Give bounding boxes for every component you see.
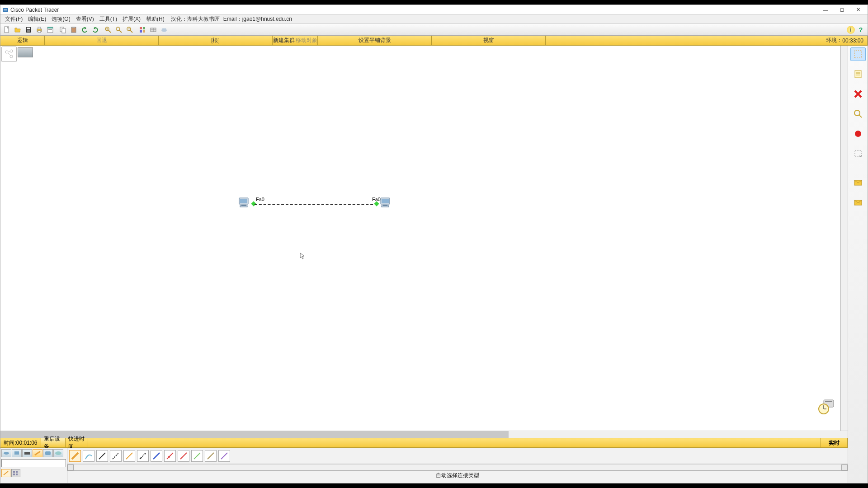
save-button[interactable] bbox=[23, 25, 34, 35]
svg-line-63 bbox=[99, 453, 105, 459]
fast-forward-button[interactable]: 快进时间 bbox=[66, 438, 88, 447]
svg-rect-56 bbox=[24, 452, 30, 455]
minimize-button[interactable]: — bbox=[818, 6, 833, 14]
redo-button[interactable] bbox=[90, 25, 101, 35]
menu-file[interactable]: 文件(F) bbox=[2, 15, 25, 23]
conn-console[interactable] bbox=[83, 450, 94, 462]
add-simple-pdu-tool[interactable] bbox=[850, 176, 866, 189]
delete-tool[interactable] bbox=[850, 87, 866, 101]
svg-rect-59 bbox=[13, 471, 15, 473]
conn-phone[interactable] bbox=[137, 450, 149, 462]
conn-iot[interactable] bbox=[205, 450, 217, 462]
conn-usb[interactable] bbox=[218, 450, 230, 462]
maximize-button[interactable]: ◻ bbox=[834, 6, 849, 14]
zoom-reset-button[interactable] bbox=[113, 25, 124, 35]
svg-rect-42 bbox=[240, 199, 247, 203]
reset-devices-button[interactable]: 重启设备 bbox=[41, 438, 66, 447]
subcategory-connections[interactable] bbox=[1, 469, 10, 477]
palette-button[interactable] bbox=[137, 25, 148, 35]
conn-coaxial[interactable] bbox=[151, 450, 162, 462]
cloud-button[interactable] bbox=[159, 25, 170, 35]
svg-point-68 bbox=[145, 453, 146, 455]
help-icon[interactable]: ? bbox=[857, 26, 865, 34]
menu-extensions[interactable]: 扩展(X) bbox=[120, 15, 143, 23]
horizontal-scrollbar[interactable] bbox=[0, 431, 848, 438]
device-pc-left[interactable] bbox=[238, 197, 250, 208]
conn-octal[interactable] bbox=[191, 450, 203, 462]
workspace-canvas[interactable]: Fa0 Fa0 bbox=[0, 46, 840, 431]
palette-scrollbar[interactable] bbox=[67, 464, 848, 470]
inspect-tool[interactable] bbox=[850, 107, 866, 121]
resize-tool[interactable] bbox=[850, 147, 866, 160]
subcategory-grid[interactable] bbox=[11, 469, 20, 477]
info-icon[interactable]: i bbox=[847, 26, 855, 34]
device-categories bbox=[0, 448, 67, 483]
conn-copper-straight[interactable] bbox=[96, 450, 108, 462]
menu-edit[interactable]: 编辑(E) bbox=[25, 15, 49, 23]
undo-button[interactable] bbox=[79, 25, 90, 35]
physical-view-toggle[interactable] bbox=[1, 47, 17, 62]
svg-rect-44 bbox=[240, 206, 247, 207]
menu-options[interactable]: 选项(O) bbox=[49, 15, 73, 23]
select-tool[interactable] bbox=[850, 47, 866, 61]
svg-rect-60 bbox=[16, 471, 18, 473]
category-multiuser[interactable] bbox=[53, 449, 63, 457]
open-file-button[interactable] bbox=[12, 25, 23, 35]
svg-rect-26 bbox=[140, 27, 142, 29]
draw-tool[interactable] bbox=[850, 127, 866, 141]
activity-wizard-button[interactable] bbox=[45, 25, 56, 35]
svg-rect-48 bbox=[382, 206, 389, 207]
conn-auto[interactable] bbox=[69, 450, 81, 462]
vertical-scrollbar[interactable] bbox=[840, 46, 848, 431]
environment-button[interactable]: 环境： 00:33:00 bbox=[546, 36, 868, 45]
close-button[interactable]: ✕ bbox=[850, 6, 866, 14]
titlebar: Cisco Packet Tracer — ◻ ✕ bbox=[0, 5, 868, 15]
svg-point-21 bbox=[116, 27, 120, 31]
navigation-bar: 逻辑 回退 [根] 新建集群 移动对象 设置平铺背景 视窗 环境： 00:33:… bbox=[0, 36, 868, 46]
new-file-button[interactable] bbox=[1, 25, 12, 35]
category-network-devices[interactable] bbox=[1, 449, 11, 457]
device-pc-right[interactable] bbox=[379, 197, 392, 208]
move-object-button: 移动对象 bbox=[295, 36, 318, 45]
conn-serial-dce[interactable] bbox=[164, 450, 176, 462]
paste-button[interactable] bbox=[68, 25, 79, 35]
new-cluster-button[interactable]: 新建集群 bbox=[273, 36, 295, 45]
rack-view-toggle[interactable] bbox=[18, 47, 33, 57]
add-complex-pdu-tool[interactable] bbox=[850, 196, 866, 209]
copy-button[interactable] bbox=[57, 25, 68, 35]
svg-rect-61 bbox=[13, 474, 15, 475]
print-button[interactable] bbox=[34, 25, 45, 35]
svg-point-35 bbox=[164, 28, 166, 30]
viewport-button[interactable]: 视窗 bbox=[432, 36, 546, 45]
note-tool[interactable] bbox=[850, 67, 866, 81]
svg-rect-6 bbox=[27, 30, 30, 32]
device-search-input[interactable] bbox=[1, 459, 66, 467]
category-connections[interactable] bbox=[33, 449, 42, 457]
realtime-mode-button[interactable]: 实时 bbox=[821, 438, 848, 447]
conn-fiber[interactable] bbox=[123, 450, 135, 462]
svg-line-79 bbox=[859, 115, 862, 117]
zoom-out-button[interactable] bbox=[124, 25, 135, 35]
menu-help[interactable]: 帮助(H) bbox=[143, 15, 167, 23]
right-tool-panel bbox=[848, 46, 868, 483]
category-misc[interactable] bbox=[43, 449, 53, 457]
root-level[interactable]: [根] bbox=[159, 36, 273, 45]
set-background-button[interactable]: 设置平铺背景 bbox=[318, 36, 432, 45]
category-end-devices[interactable] bbox=[12, 449, 22, 457]
logical-view-button[interactable]: 逻辑 bbox=[0, 36, 45, 45]
conn-serial-dte[interactable] bbox=[178, 450, 189, 462]
connection-types-row bbox=[67, 448, 848, 464]
svg-point-69 bbox=[168, 456, 170, 458]
realtime-clock-icon[interactable] bbox=[818, 398, 835, 415]
menu-view[interactable]: 查看(V) bbox=[73, 15, 97, 23]
svg-rect-46 bbox=[382, 199, 389, 203]
category-components[interactable] bbox=[22, 449, 32, 457]
back-button: 回退 bbox=[45, 36, 159, 45]
custom-devices-button[interactable] bbox=[148, 25, 159, 35]
conn-copper-crossover[interactable] bbox=[110, 450, 122, 462]
menu-tools[interactable]: 工具(T) bbox=[97, 15, 120, 23]
connection-link[interactable] bbox=[255, 204, 377, 205]
zoom-in-button[interactable] bbox=[103, 25, 113, 35]
svg-rect-11 bbox=[47, 27, 53, 28]
svg-rect-28 bbox=[140, 30, 142, 33]
